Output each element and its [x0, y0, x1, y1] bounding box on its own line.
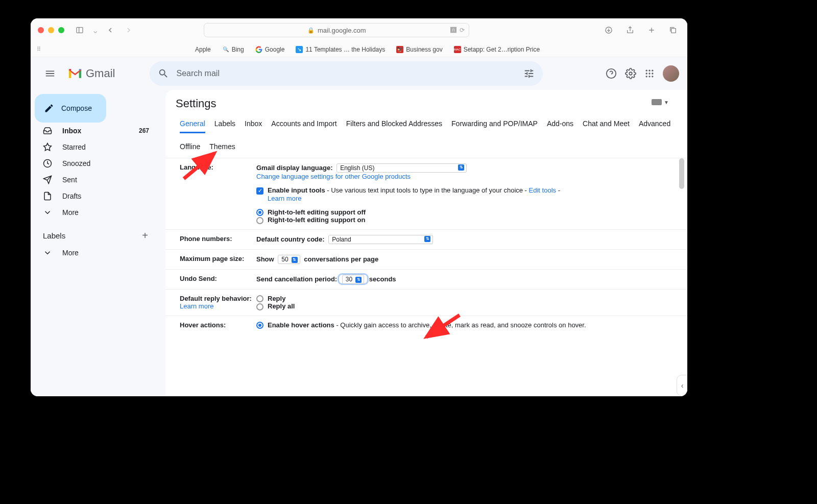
bookmark-business-gov[interactable]: 🦅Business gov — [396, 46, 442, 53]
svg-point-12 — [648, 70, 650, 71]
edit-tools-link[interactable]: Edit tools — [529, 186, 556, 194]
tab-labels[interactable]: Labels — [214, 119, 235, 133]
sidebar: Compose Inbox267 Starred Snoozed Sent Dr… — [31, 90, 161, 396]
url-bar[interactable]: 🔒 mail.google.com 🅰⟳ — [204, 23, 469, 37]
tab-addons[interactable]: Add-ons — [547, 119, 573, 133]
star-icon — [43, 142, 52, 152]
gmail-app: Gmail Search mail Compose I — [31, 57, 687, 396]
reply-all-radio[interactable] — [256, 303, 263, 310]
forward-button[interactable] — [122, 23, 136, 37]
pencil-icon — [44, 103, 54, 113]
bookmark-bing[interactable]: 🔍Bing — [222, 46, 244, 53]
input-tools-indicator[interactable]: ▼ — [652, 99, 669, 105]
page-size-select[interactable]: 50⇅ — [278, 255, 300, 264]
inbox-count: 267 — [139, 127, 149, 134]
svg-point-17 — [646, 76, 647, 77]
downloads-icon[interactable] — [602, 23, 616, 37]
search-icon — [158, 68, 169, 79]
bookmarks-bar: ⠿ Apple 🔍Bing Google ↘11 Templates … the… — [31, 42, 687, 57]
tab-filters[interactable]: Filters and Blocked Addresses — [346, 119, 442, 133]
rtl-on-radio[interactable] — [256, 217, 263, 224]
titlebar: ⌄ 🔒 mail.google.com 🅰⟳ — [31, 18, 687, 42]
chevron-down-icon — [43, 248, 52, 257]
back-button[interactable] — [103, 23, 117, 37]
labels-header: Labels+ — [31, 221, 157, 245]
search-bar[interactable]: Search mail — [150, 61, 543, 86]
svg-rect-7 — [671, 29, 676, 33]
chevron-down-icon[interactable]: ⌄ — [91, 23, 99, 37]
bookmark-apple[interactable]: Apple — [185, 46, 211, 53]
bookmark-setapp[interactable]: MACSetapp: Get 2…ription Price — [454, 46, 540, 53]
help-icon[interactable] — [606, 68, 617, 79]
main-menu-icon[interactable] — [39, 62, 61, 85]
undo-period-select[interactable]: 30⇅ — [342, 275, 364, 284]
clock-icon — [43, 159, 52, 168]
language-select[interactable]: English (US)⇅ — [337, 163, 467, 173]
minimize-window[interactable] — [48, 27, 54, 33]
reload-icon[interactable]: ⟳ — [460, 27, 465, 34]
gmail-logo[interactable]: Gmail — [67, 67, 115, 80]
row-page-size: Maximum page size: Show 50⇅ conversation… — [165, 250, 687, 270]
learn-more-link[interactable]: Learn more — [268, 195, 301, 202]
tune-icon[interactable] — [523, 68, 535, 79]
search-placeholder: Search mail — [176, 69, 219, 78]
nav-inbox[interactable]: Inbox267 — [31, 123, 157, 139]
enable-input-checkbox[interactable] — [256, 187, 263, 195]
reply-learn-more-link[interactable]: Learn more — [180, 302, 213, 310]
tabs-icon[interactable] — [666, 23, 680, 37]
maximize-window[interactable] — [58, 27, 64, 33]
tab-accounts[interactable]: Accounts and Import — [271, 119, 337, 133]
row-hover-actions: Hover actions: Enable hover actions - Qu… — [165, 316, 687, 334]
change-language-link[interactable]: Change language settings for other Googl… — [256, 173, 411, 180]
gmail-logo-icon — [67, 68, 83, 79]
tab-offline[interactable]: Offline — [180, 142, 200, 155]
nav-starred[interactable]: Starred — [31, 139, 157, 155]
labels-more[interactable]: More — [31, 245, 157, 261]
apps-icon[interactable] — [644, 68, 655, 79]
row-language: Language: Gmail display language: Englis… — [165, 158, 687, 230]
add-label-button[interactable]: + — [142, 230, 148, 242]
close-window[interactable] — [38, 27, 44, 33]
rtl-off-radio[interactable] — [256, 209, 263, 216]
bookmark-google[interactable]: Google — [255, 46, 285, 53]
apps-grid-icon[interactable]: ⠿ — [37, 46, 41, 53]
settings-panel: Settings ▼ General Labels Inbox Accounts… — [165, 90, 687, 396]
svg-point-18 — [648, 76, 650, 77]
share-icon[interactable] — [623, 23, 637, 37]
country-code-select[interactable]: Poland⇅ — [328, 235, 433, 244]
tab-chat[interactable]: Chat and Meet — [583, 119, 630, 133]
scrollbar[interactable] — [679, 158, 684, 189]
send-icon — [43, 175, 52, 184]
sidebar-toggle-icon[interactable] — [73, 23, 87, 37]
nav-sent[interactable]: Sent — [31, 172, 157, 188]
nav-drafts[interactable]: Drafts — [31, 188, 157, 204]
bookmark-templates[interactable]: ↘11 Templates … the Holidays — [296, 46, 385, 53]
tab-themes[interactable]: Themes — [209, 142, 235, 155]
reply-radio[interactable] — [256, 295, 263, 302]
svg-rect-0 — [77, 28, 83, 33]
compose-label: Compose — [61, 104, 92, 112]
traffic-lights — [38, 27, 64, 33]
side-panel-toggle[interactable]: ‹ — [677, 375, 687, 396]
gear-icon[interactable] — [625, 68, 636, 79]
lock-icon: 🔒 — [307, 27, 315, 34]
tab-general[interactable]: General — [180, 119, 205, 133]
translate-icon[interactable]: 🅰 — [450, 27, 456, 34]
svg-point-11 — [646, 70, 647, 71]
tab-forwarding[interactable]: Forwarding and POP/IMAP — [451, 119, 538, 133]
new-tab-icon[interactable] — [644, 23, 659, 37]
hover-enable-radio[interactable] — [256, 322, 263, 329]
nav-snoozed[interactable]: Snoozed — [31, 155, 157, 172]
avatar[interactable] — [663, 65, 679, 82]
url-text: mail.google.com — [318, 27, 366, 34]
svg-point-15 — [648, 73, 650, 74]
svg-point-19 — [652, 76, 653, 77]
tab-advanced[interactable]: Advanced — [639, 119, 670, 133]
compose-button[interactable]: Compose — [35, 94, 106, 123]
gmail-logo-text: Gmail — [86, 67, 115, 80]
url-actions: 🅰⟳ — [450, 27, 465, 34]
nav-more[interactable]: More — [31, 204, 157, 221]
tab-inbox[interactable]: Inbox — [245, 119, 262, 133]
gmail-header: Gmail Search mail — [31, 57, 687, 90]
row-phone: Phone numbers: Default country code: Pol… — [165, 230, 687, 250]
